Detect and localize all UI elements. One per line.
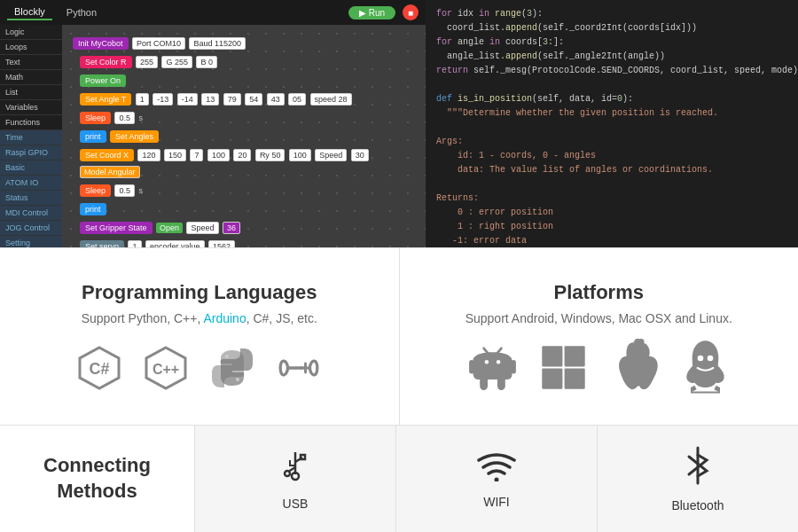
cat-math[interactable]: Math <box>0 70 62 85</box>
tab-python[interactable]: Python <box>59 5 104 20</box>
windows-icon <box>539 343 588 392</box>
svg-rect-9 <box>511 360 516 373</box>
usb-icon <box>278 448 313 489</box>
cat-setting[interactable]: Setting <box>0 236 62 247</box>
csharp-icon: C# <box>75 343 124 392</box>
bluetooth-method: Bluetooth <box>598 426 798 532</box>
lang-icons-row: C# C++ <box>75 343 324 392</box>
platforms-desc: Support Android, Windows, Mac OSX and Li… <box>466 311 732 325</box>
usb-label: USB <box>283 497 309 511</box>
svg-point-25 <box>292 473 299 480</box>
linux-icon <box>681 343 730 392</box>
svg-text:C#: C# <box>90 360 110 378</box>
cat-variables[interactable]: Variables <box>0 100 62 115</box>
svg-text:C++: C++ <box>153 361 179 376</box>
programming-desc-pre: Support Python, C++, <box>82 311 204 325</box>
platform-icons-row <box>468 343 730 392</box>
programming-desc-highlight: Arduino <box>203 311 246 325</box>
android-icon <box>468 343 517 392</box>
cat-loops[interactable]: Loops <box>0 40 62 55</box>
cat-basic[interactable]: Basic <box>0 160 62 176</box>
cat-functions[interactable]: Functions <box>0 115 62 130</box>
apple-icon <box>610 343 659 392</box>
bottom-section: Connecting Methods USB <box>0 426 798 532</box>
block-sidebar: Logic Loops Text Math List Variables Fun… <box>0 25 62 247</box>
svg-point-26 <box>495 477 499 481</box>
tab-blockly[interactable]: Blockly <box>7 4 52 20</box>
svg-point-18 <box>697 355 703 361</box>
run-button[interactable]: ▶ Run <box>348 6 395 20</box>
programming-title: Programming Languages <box>82 281 317 304</box>
svg-rect-14 <box>542 346 562 366</box>
svg-rect-8 <box>469 360 474 373</box>
svg-point-11 <box>497 360 500 364</box>
platforms-panel: Platforms Support Android, Windows, Mac … <box>400 248 799 425</box>
blockly-workspace[interactable]: Init MyCobot Port COM10 Baud 115200 Set … <box>62 25 426 247</box>
blockly-panel: Blockly Python ▶ Run ■ Logic Loops Text … <box>0 0 426 247</box>
cat-logic[interactable]: Logic <box>0 25 62 40</box>
programming-desc-post: , C#, JS, etc. <box>246 311 317 325</box>
wifi-icon <box>477 450 516 488</box>
svg-rect-16 <box>542 369 562 389</box>
svg-rect-22 <box>301 455 305 459</box>
usb-method: USB <box>195 426 396 532</box>
connecting-title: Connecting Methods <box>43 453 151 504</box>
svg-rect-17 <box>564 369 584 389</box>
top-section: Blockly Python ▶ Run ■ Logic Loops Text … <box>0 0 798 248</box>
connecting-title-line1: Connecting <box>43 454 151 476</box>
cat-status[interactable]: Status <box>0 191 62 206</box>
cat-list[interactable]: List <box>0 85 62 100</box>
svg-point-10 <box>484 360 488 364</box>
wifi-label: WIFI <box>483 495 510 509</box>
blockly-topbar: Blockly Python ▶ Run ■ <box>0 0 426 25</box>
svg-rect-15 <box>564 346 584 366</box>
connecting-label: Connecting Methods <box>0 426 195 532</box>
programming-languages-panel: Programming Languages Support Python, C+… <box>0 248 400 425</box>
stop-button[interactable]: ■ <box>403 4 419 20</box>
middle-section: Programming Languages Support Python, C+… <box>0 248 798 426</box>
bluetooth-label: Bluetooth <box>671 498 724 512</box>
svg-point-19 <box>707 355 713 361</box>
cat-raspi[interactable]: Raspi GPIO <box>0 145 62 160</box>
connecting-title-line2: Methods <box>57 480 137 502</box>
svg-point-24 <box>285 471 290 476</box>
cat-mdi[interactable]: MDI Control <box>0 206 62 221</box>
platforms-title: Platforms <box>554 281 644 304</box>
python-icon <box>208 343 257 392</box>
blockly-content: Logic Loops Text Math List Variables Fun… <box>0 25 426 247</box>
cat-atom[interactable]: ATOM IO <box>0 176 62 191</box>
svg-point-4 <box>225 355 229 358</box>
arduino-icon <box>275 343 324 392</box>
cat-text[interactable]: Text <box>0 55 62 70</box>
svg-point-5 <box>236 378 239 381</box>
wifi-method: WIFI <box>396 426 598 532</box>
code-text: for idx in range(3): coord_list.append(s… <box>436 7 787 247</box>
cpp-icon: C++ <box>142 343 191 392</box>
cat-time[interactable]: Time <box>0 130 62 145</box>
bluetooth-icon <box>685 446 711 491</box>
programming-desc: Support Python, C++, Arduino, C#, JS, et… <box>82 311 317 325</box>
code-panel: for idx in range(3): coord_list.append(s… <box>426 0 798 247</box>
cat-jog[interactable]: JOG Control <box>0 221 62 236</box>
